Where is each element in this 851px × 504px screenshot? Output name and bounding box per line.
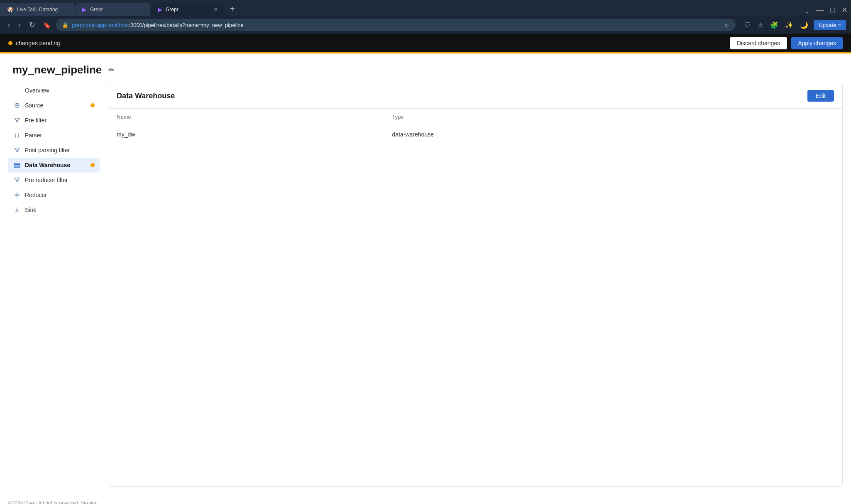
column-header-type: Type [384, 109, 842, 125]
update-menu-icon: ≡ [838, 22, 841, 28]
new-tab-button[interactable]: + [226, 2, 239, 15]
extension-icon-3[interactable]: 🧩 [768, 20, 780, 30]
edit-panel-button[interactable]: Edit [807, 90, 834, 102]
minimize-button[interactable]: — [813, 4, 827, 16]
browser-tab-3[interactable]: ▶ Grepr ✕ [151, 3, 226, 16]
browser-nav-icons: 🛡 ⚠ 🧩 ✨ 🌙 [742, 20, 810, 30]
data-warehouse-icon [13, 162, 21, 168]
sidebar-label-reducer: Reducer [25, 192, 47, 198]
reducer-icon [13, 192, 21, 198]
pipeline-header: my_new_pipeline ✏ [0, 54, 851, 83]
pre-filter-icon [13, 117, 21, 123]
table-header-row: Name Type [108, 109, 842, 125]
parser-icon: { } [13, 133, 21, 138]
apply-changes-button[interactable]: Apply changes [791, 37, 843, 49]
sidebar-label-data-warehouse: Data Warehouse [25, 162, 70, 168]
row-name-cell: my_dw [108, 125, 384, 144]
svg-rect-4 [14, 166, 20, 168]
app-header: changes pending Discard changes Apply ch… [0, 34, 851, 54]
browser-tab-1[interactable]: 🐶 Live Tail | Datadog [0, 3, 75, 16]
sidebar-label-post-parsing-filter: Post parsing filter [25, 147, 70, 153]
svg-rect-2 [14, 163, 20, 165]
sidebar: Overview Source Pre filter { } Parser [8, 83, 100, 487]
sidebar-label-parser: Parser [25, 132, 42, 139]
sidebar-label-overview: Overview [25, 87, 49, 94]
panel-header: Data Warehouse Edit [108, 83, 842, 109]
extension-icon-1[interactable]: 🛡 [742, 20, 753, 29]
app-content: Overview Source Pre filter { } Parser [0, 83, 851, 495]
tab-label-3: Grepr [166, 7, 179, 12]
row-type-cell: data-warehouse [384, 125, 842, 144]
reload-button[interactable]: ↻ [27, 19, 38, 30]
sidebar-item-parser[interactable]: { } Parser [8, 128, 100, 143]
source-icon [13, 102, 21, 108]
sidebar-item-sink[interactable]: Sink [8, 202, 100, 217]
tab-favicon-2: ▶ [82, 6, 87, 13]
sidebar-label-source: Source [25, 102, 43, 109]
sidebar-label-pre-reducer-filter: Pre reducer filter [25, 177, 68, 183]
footer-version-label: Version: [81, 500, 99, 504]
header-actions: Discard changes Apply changes [730, 37, 843, 49]
address-bar[interactable]: 🔒 greprlocal.app.localhost:3000/pipeline… [56, 19, 736, 31]
sidebar-item-pre-filter[interactable]: Pre filter [8, 113, 100, 128]
changes-pending-indicator: changes pending [8, 40, 730, 46]
sidebar-label-sink: Sink [25, 207, 36, 213]
sidebar-item-data-warehouse[interactable]: Data Warehouse [8, 158, 100, 173]
footer-copyright: ©2024 Grepr All rights reserved. [8, 500, 80, 504]
security-icon: 🔒 [62, 22, 68, 28]
url-path: :3000/pipelines/details?name=my_new_pipe… [129, 22, 243, 28]
sidebar-item-source[interactable]: Source [8, 98, 100, 113]
update-label: Update [819, 22, 836, 28]
tab-overflow-button[interactable]: ⌄ [801, 6, 813, 16]
tab-favicon-3: ▶ [158, 6, 162, 13]
data-warehouse-pending-dot [90, 163, 95, 167]
back-button[interactable]: ‹ [5, 20, 12, 30]
url-host: greprlocal.app.localhost [72, 22, 129, 28]
browser-tab-2[interactable]: ▶ Grepr [76, 3, 150, 16]
extension-icon-4[interactable]: ✨ [783, 20, 795, 30]
discard-changes-button[interactable]: Discard changes [730, 37, 787, 49]
sidebar-item-pre-reducer-filter[interactable]: Pre reducer filter [8, 173, 100, 187]
app-footer: ©2024 Grepr All rights reserved. Version… [0, 495, 851, 504]
sidebar-label-pre-filter: Pre filter [25, 117, 46, 124]
tab-close-3[interactable]: ✕ [213, 6, 219, 13]
update-button[interactable]: Update ≡ [814, 20, 846, 30]
post-filter-icon [13, 147, 21, 153]
sidebar-item-post-parsing-filter[interactable]: Post parsing filter [8, 143, 100, 158]
browser-nav: ‹ › ↻ 🔖 🔒 greprlocal.app.localhost:3000/… [0, 16, 851, 34]
pipeline-title: my_new_pipeline [12, 63, 102, 76]
browser-tabs: 🐶 Live Tail | Datadog ▶ Grepr ▶ Grepr ✕ … [0, 0, 851, 16]
source-pending-dot [90, 103, 95, 107]
sink-icon [13, 207, 21, 213]
main-panel: Data Warehouse Edit Name Type my_dw data… [108, 83, 843, 487]
changes-pending-label: changes pending [16, 40, 60, 46]
app-body: my_new_pipeline ✏ Overview Source [0, 54, 851, 504]
extension-icon-5[interactable]: 🌙 [798, 20, 810, 30]
extension-icon-2[interactable]: ⚠ [756, 20, 765, 30]
bookmark-button[interactable]: 🔖 [41, 20, 53, 30]
table-row: my_dw data-warehouse [108, 125, 842, 144]
share-button[interactable]: ⎋ [723, 21, 730, 29]
address-url: greprlocal.app.localhost:3000/pipelines/… [72, 22, 720, 28]
browser-chrome: 🐶 Live Tail | Datadog ▶ Grepr ▶ Grepr ✕ … [0, 0, 851, 34]
svg-point-1 [16, 105, 18, 106]
column-header-name: Name [108, 109, 384, 125]
sidebar-item-reducer[interactable]: Reducer [8, 187, 100, 202]
tab-favicon-1: 🐶 [7, 6, 14, 13]
close-window-button[interactable]: ✕ [838, 4, 851, 16]
tab-label-1: Live Tail | Datadog [17, 7, 58, 12]
forward-button[interactable]: › [16, 20, 23, 30]
panel-title: Data Warehouse [117, 92, 175, 100]
pre-reducer-filter-icon [13, 177, 21, 183]
tab-label-2: Grepr [90, 7, 103, 12]
sidebar-item-overview[interactable]: Overview [8, 83, 100, 98]
svg-rect-3 [14, 165, 20, 166]
pending-dot [8, 41, 12, 45]
maximize-button[interactable]: □ [827, 4, 838, 16]
pipeline-title-edit-button[interactable]: ✏ [107, 64, 116, 76]
data-warehouse-table: Name Type my_dw data-warehouse [108, 109, 842, 144]
